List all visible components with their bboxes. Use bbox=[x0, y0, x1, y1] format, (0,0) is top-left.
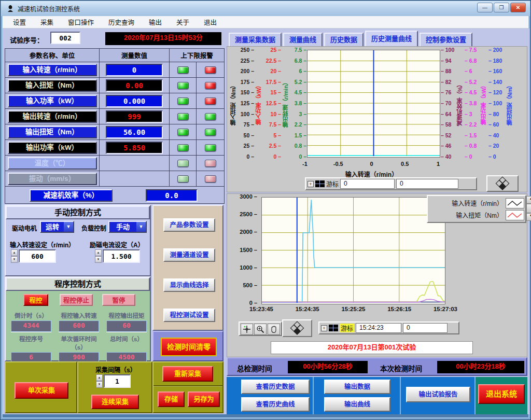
axis-tick: 200 – bbox=[241, 68, 254, 74]
lower-alarm-cell bbox=[197, 156, 224, 171]
upper-alarm-cell bbox=[170, 140, 197, 155]
param-name-cell: 温度（℃） bbox=[5, 156, 100, 171]
output-data-button[interactable]: 输出数据 bbox=[324, 380, 390, 394]
xy-plot-area[interactable] bbox=[307, 50, 440, 158]
axis-tick: – 180 bbox=[488, 58, 502, 64]
view-history-data-button[interactable]: 查看历史数据 bbox=[241, 380, 310, 394]
legend-item[interactable]: 输入转速（r/min） bbox=[429, 197, 524, 209]
graph-scroll-diamond[interactable] bbox=[486, 175, 519, 192]
upper-alarm-led bbox=[177, 160, 189, 167]
scroll-thumb[interactable] bbox=[526, 204, 531, 213]
single-acquire-button[interactable]: 单次采集 bbox=[15, 382, 68, 399]
time-plot-area[interactable] bbox=[261, 197, 445, 304]
total-time-label: 总检测时间 bbox=[237, 363, 272, 373]
menu-bar: 设置采集窗口操作历史查询输出关于退出 bbox=[3, 16, 528, 29]
table-row: 输出转速（r/min）999 bbox=[5, 109, 224, 124]
exit-system-button[interactable]: 退出系统 bbox=[478, 384, 525, 404]
menu-item-2[interactable]: 采集 bbox=[34, 16, 60, 29]
pan-hand-icon[interactable] bbox=[268, 324, 280, 335]
axis-tick: – 80 bbox=[488, 111, 499, 117]
current-stepper[interactable]: ▲▼ bbox=[95, 249, 102, 263]
menu-item-3[interactable]: 窗口操作 bbox=[62, 16, 100, 29]
axis-tick: – 58 bbox=[441, 121, 451, 128]
settings-button-2[interactable]: 测量通道设置 bbox=[163, 248, 215, 262]
maximize-button[interactable]: ❐ bbox=[494, 3, 509, 12]
scroll-up-icon[interactable]: ▲ bbox=[526, 196, 531, 204]
lower-alarm-led bbox=[205, 113, 216, 120]
x-tick: 15:25:25 bbox=[341, 306, 365, 312]
continuous-acquire-button[interactable]: 连续采集 bbox=[91, 395, 139, 409]
save-as-button[interactable]: 另存为 bbox=[188, 391, 220, 407]
motor-dropdown[interactable]: 运转 ▼ bbox=[40, 221, 74, 233]
y-tick: 2500 – bbox=[240, 211, 257, 217]
axis-tick: – 1.5 bbox=[465, 132, 477, 138]
program-button-3[interactable]: 暂停 bbox=[102, 294, 135, 306]
axis-ticks: – 7.5– 6.8– 6– 5.2– 4.5– 3.8– 3– 2.2– 1.… bbox=[464, 50, 480, 158]
axis-tick: 175 – bbox=[241, 79, 254, 85]
interval-label: 采集间隔（s） bbox=[95, 365, 136, 374]
tab-1[interactable]: 测量采集数据 bbox=[229, 33, 282, 46]
reset-detect-time-button[interactable]: 检测时间清零 bbox=[161, 338, 217, 356]
settings-button-4[interactable]: 程控测试设置 bbox=[163, 309, 215, 322]
efficiency-row: 减速机效率（%） 0.0 bbox=[5, 187, 224, 204]
close-button[interactable]: ✕ bbox=[510, 3, 526, 12]
settings-button-3[interactable]: 显示曲线选择 bbox=[163, 278, 215, 292]
chevron-down-icon: ▼ bbox=[136, 222, 146, 232]
graph-scroll-diamond[interactable] bbox=[282, 319, 312, 337]
expand-icon[interactable]: + bbox=[308, 181, 314, 187]
serial-input[interactable] bbox=[50, 32, 80, 44]
axis-tick: 50 – bbox=[244, 132, 254, 138]
program-button-2[interactable]: 程控停止 bbox=[60, 294, 93, 306]
legend-label: 输入转速（r/min） bbox=[429, 199, 506, 207]
interval-stepper[interactable]: ▲▼ bbox=[96, 374, 103, 388]
menu-item-4[interactable]: 历史查询 bbox=[102, 16, 141, 29]
axis-label: 输入功率（kW） bbox=[255, 50, 263, 158]
expand-icon[interactable]: + bbox=[321, 325, 327, 331]
settings-button-1[interactable]: 产品参数设置 bbox=[163, 218, 215, 232]
program-button-1[interactable]: 程控 bbox=[23, 294, 48, 306]
store-button[interactable]: 存储 bbox=[158, 391, 185, 407]
legend-item[interactable]: 输入扭矩（Nm） bbox=[429, 209, 524, 221]
axis-tick: 6 – bbox=[299, 68, 306, 74]
upper-alarm-led bbox=[177, 113, 189, 120]
scroll-down-icon[interactable]: ▼ bbox=[526, 213, 531, 221]
title-bar: 减速机试验台测控系统 — ❐ ✕ bbox=[1, 1, 530, 16]
speed-set-input[interactable] bbox=[19, 249, 56, 263]
axis-tick: 1.5 – bbox=[295, 132, 306, 138]
axis-tick: 4.5 – bbox=[295, 89, 306, 95]
settings-column: 产品参数设置测量通道设置显示曲线选择程控测试设置 bbox=[152, 205, 223, 331]
zoom-tool-icon[interactable] bbox=[254, 324, 267, 335]
tab-3[interactable]: 历史数据 bbox=[324, 33, 364, 46]
legend-scrollbar[interactable]: ▲▼ bbox=[526, 196, 531, 221]
load-dropdown[interactable]: 手动 ▼ bbox=[108, 221, 147, 233]
tab-2[interactable]: 测量曲线 bbox=[283, 33, 323, 46]
axis-label: 输出转速（r/min） bbox=[282, 50, 290, 158]
current-set-input[interactable] bbox=[103, 249, 140, 263]
axis-tick: – 40 bbox=[441, 153, 451, 160]
axis-tick: – 2.2 bbox=[465, 121, 477, 128]
cursor-tool-icon[interactable] bbox=[241, 324, 253, 335]
header-value: 测量数值 bbox=[100, 49, 170, 62]
axis-tick: 3.8 – bbox=[295, 100, 306, 106]
menu-item-7[interactable]: 退出 bbox=[198, 16, 223, 29]
output-curve-button[interactable]: 输出曲线 bbox=[324, 397, 390, 412]
interval-input[interactable] bbox=[104, 374, 131, 388]
param-name-cell: 输出扭矩（Nm） bbox=[5, 124, 100, 139]
menu-item-6[interactable]: 关于 bbox=[170, 16, 195, 29]
tab-4[interactable]: 历史测量曲线 bbox=[365, 31, 418, 46]
tab-5[interactable]: 控制参数设置 bbox=[420, 33, 472, 46]
param-name-cell: 输出功率（kW） bbox=[5, 140, 100, 155]
axis-tick: 17.5 – bbox=[266, 79, 281, 85]
view-history-curve-button[interactable]: 查看历史曲线 bbox=[241, 397, 310, 412]
axis-tick: 5.2 – bbox=[295, 79, 306, 85]
lower-alarm-led bbox=[205, 97, 216, 105]
menu-item-5[interactable]: 输出 bbox=[143, 16, 168, 29]
reacquire-button[interactable]: 重新采集 bbox=[162, 366, 213, 382]
manual-control-panel: 手动控制方式 驱动电机 运转 ▼ 负载控制 手动 ▼ 输入转速设定（r/min）… bbox=[5, 205, 151, 276]
axis-tick: – 100 bbox=[488, 100, 502, 106]
minimize-button[interactable]: — bbox=[477, 3, 493, 12]
speed-stepper[interactable]: ▲▼ bbox=[11, 249, 18, 263]
output-report-button[interactable]: 输出试验报告 bbox=[406, 387, 470, 402]
x-tick: 15:24:35 bbox=[296, 306, 319, 312]
menu-item-1[interactable]: 设置 bbox=[7, 16, 32, 29]
